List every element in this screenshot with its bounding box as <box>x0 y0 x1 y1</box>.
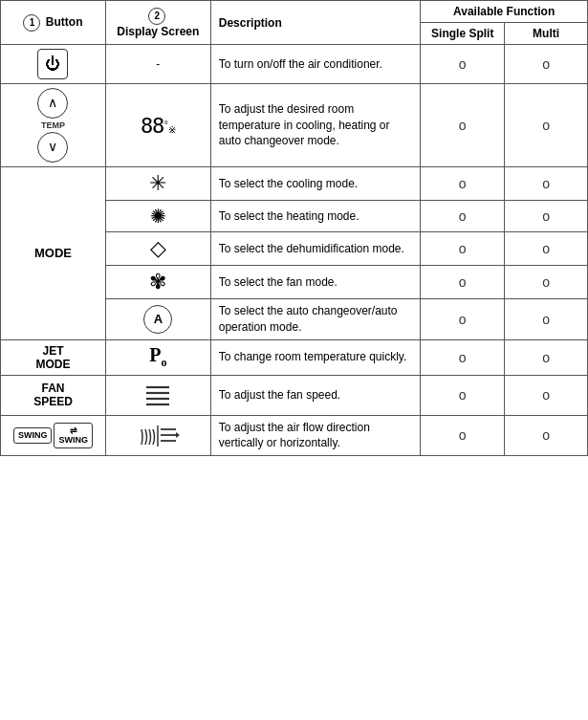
swing-display-icon <box>136 420 180 448</box>
temp-button-cell: ∧ TEMP ∨ <box>1 84 106 167</box>
display-num: 2 <box>148 8 165 25</box>
jet-mode-label: JETMODE <box>35 344 70 371</box>
swing-v-box: SWING <box>13 427 53 444</box>
swing-display-cell <box>105 415 210 456</box>
btn-header: 1 Button <box>1 1 106 45</box>
mode-auto-desc-cell: To select the auto changeover/auto opera… <box>210 299 421 340</box>
mode-fan-multi-cell: o <box>505 266 588 299</box>
fan-speed-display-cell <box>105 375 210 415</box>
auto-icon: A <box>143 305 172 334</box>
fan-speed-single-cell: o <box>421 375 505 415</box>
button-col-label: Button <box>46 15 83 29</box>
power-multi-cell: o <box>505 45 588 84</box>
mode-fan-display-cell: ✾ <box>105 266 210 299</box>
display-col-label: Display Screen <box>117 25 199 38</box>
mode-heat-desc-cell: To select the heating mode. <box>210 201 421 232</box>
multi-label: Multi <box>533 27 559 40</box>
row-temp: ∧ TEMP ∨ 88°※ To adjust the desired room… <box>1 84 588 167</box>
swing-button-cell: SWING ⇌SWING <box>1 415 106 456</box>
swing-button-group: SWING ⇌SWING <box>7 423 99 449</box>
row-jet: JETMODE Po To change room temperature qu… <box>1 339 588 375</box>
temp-label: TEMP <box>41 120 65 130</box>
temp-down-icon: ∨ <box>37 132 68 163</box>
mode-cool-multi-cell: o <box>505 167 588 201</box>
mode-dehum-single-cell: o <box>421 232 505 266</box>
mode-cool-display-cell: ✳ <box>105 167 210 201</box>
dehum-icon: ◇ <box>150 236 166 260</box>
available-label: Available Function <box>453 5 555 18</box>
fan-speed-icon <box>142 380 174 408</box>
cool-icon: ✳ <box>149 171 166 195</box>
btn-num: 1 <box>23 14 40 32</box>
jet-multi-cell: o <box>505 339 588 375</box>
fan-icon: ✾ <box>149 270 166 294</box>
temp-multi-cell: o <box>505 84 588 167</box>
fan-speed-button-cell: FANSPEED <box>1 375 106 415</box>
mode-heat-single-cell: o <box>421 201 505 232</box>
fan-speed-multi-cell: o <box>505 375 588 415</box>
display-header: 2 Display Screen <box>105 1 210 45</box>
mode-dehum-display-cell: ◇ <box>105 232 210 266</box>
header-row-1: 1 Button 2 Display Screen Description Av… <box>1 1 588 23</box>
swing-desc-cell: To adjust the air flow direction vertica… <box>210 415 421 456</box>
mode-auto-single-cell: o <box>421 299 505 340</box>
svg-marker-8 <box>176 432 180 438</box>
temp-up-icon: ∧ <box>37 88 68 119</box>
multi-header: Multi <box>505 23 588 45</box>
jet-button-cell: JETMODE <box>1 339 106 375</box>
mode-auto-multi-cell: o <box>505 299 588 340</box>
mode-heat-display-cell: ✺ <box>105 201 210 232</box>
fan-speed-desc-cell: To adjust the fan speed. <box>210 375 421 415</box>
power-button-cell: ⏻ <box>1 45 106 84</box>
mode-fan-desc-cell: To select the fan mode. <box>210 266 421 299</box>
temp-desc-cell: To adjust the desired room temperature i… <box>210 84 421 167</box>
power-single-cell: o <box>421 45 505 84</box>
temp-button-group: ∧ TEMP ∨ <box>7 88 99 163</box>
heat-icon: ✺ <box>150 206 166 227</box>
fan-speed-label: FANSPEED <box>33 382 73 408</box>
swing-single-cell: o <box>421 415 505 456</box>
mode-dehum-desc-cell: To select the dehumidification mode. <box>210 232 421 266</box>
swing-h-box: ⇌SWING <box>54 423 93 449</box>
single-split-header: Single Split <box>421 23 505 45</box>
row-swing: SWING ⇌SWING <box>1 415 588 456</box>
mode-auto-display-cell: A <box>105 299 210 340</box>
temp-display-icon: 88 <box>141 114 164 138</box>
mode-label: MODE <box>34 246 72 260</box>
mode-cool-single-cell: o <box>421 167 505 201</box>
mode-dehum-multi-cell: o <box>505 232 588 266</box>
mode-cool-button-cell: MODE <box>1 167 106 340</box>
row-mode-cool: MODE ✳ To select the cooling mode. o o <box>1 167 588 201</box>
temp-single-cell: o <box>421 84 505 167</box>
power-display-cell: - <box>105 45 210 84</box>
row-power: ⏻ - To turn on/off the air conditioner. … <box>1 45 588 84</box>
power-icon: ⏻ <box>37 49 68 79</box>
swing-multi-cell: o <box>505 415 588 456</box>
jet-single-cell: o <box>421 339 505 375</box>
available-function-header: Available Function <box>421 1 588 23</box>
mode-fan-single-cell: o <box>421 266 505 299</box>
mode-cool-desc-cell: To select the cooling mode. <box>210 167 421 201</box>
single-label: Single Split <box>431 27 493 40</box>
row-fan-speed: FANSPEED To adjust the fan speed. o o <box>1 375 588 415</box>
jet-display-cell: Po <box>105 339 210 375</box>
power-desc-cell: To turn on/off the air conditioner. <box>210 45 421 84</box>
jet-desc-cell: To change room temperature quickly. <box>210 339 421 375</box>
temp-display-cell: 88°※ <box>105 84 210 167</box>
jet-display-icon: Po <box>149 344 166 365</box>
description-header: Description <box>210 1 421 45</box>
desc-col-label: Description <box>219 16 282 30</box>
mode-heat-multi-cell: o <box>505 201 588 232</box>
